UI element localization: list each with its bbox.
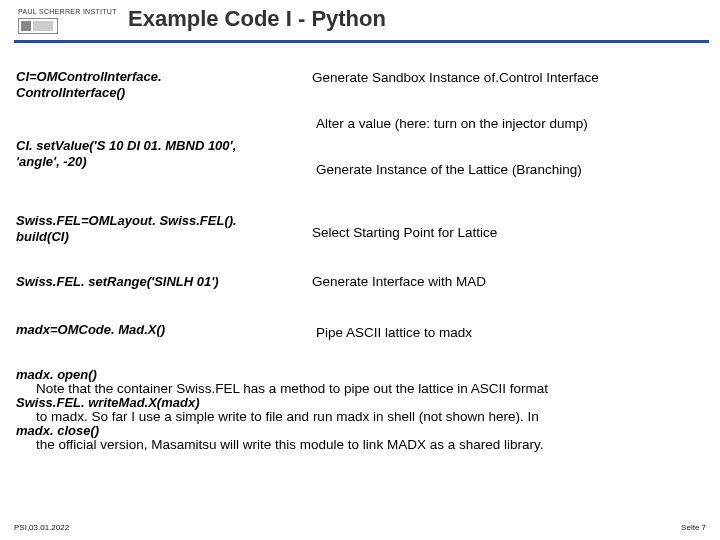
note-2: Alter a value (here: turn on the injecto… <box>316 116 716 132</box>
note-3: Generate Instance of the Lattice (Branch… <box>316 162 716 178</box>
note-6: Pipe ASCII lattice to madx <box>316 325 716 341</box>
code-line-5: madx=OMCode. Mad.X() <box>16 322 261 338</box>
note-5: Generate Interface with MAD <box>312 274 712 290</box>
code-line-2: CI. setValue('S 10 DI 01. MBND 100', 'an… <box>16 138 261 171</box>
logo-graphic <box>18 18 58 34</box>
slide: PAUL SCHERRER INSTITUT Example Code I - … <box>0 0 720 540</box>
title-rule <box>14 40 709 43</box>
institute-logo: PAUL SCHERRER INSTITUT <box>18 8 117 35</box>
code-line-1: CI=OMControlInterface. ControlInterface(… <box>16 69 261 102</box>
institute-name: PAUL SCHERRER INSTITUT <box>18 8 117 15</box>
page-title: Example Code I - Python <box>128 6 386 32</box>
bottom-note-l3: the official version, Masamitsu will wri… <box>36 437 696 453</box>
code-line-3: Swiss.FEL=OMLayout. Swiss.FEL(). build(C… <box>16 213 261 246</box>
code-line-4: Swiss.FEL. setRange('SINLH 01') <box>16 274 261 290</box>
footer-left: PSI,03.01.2022 <box>14 523 69 532</box>
note-1: Generate Sandbox Instance of.Control Int… <box>312 70 712 86</box>
footer-right: Seite 7 <box>681 523 706 532</box>
note-4: Select Starting Point for Lattice <box>312 225 712 241</box>
